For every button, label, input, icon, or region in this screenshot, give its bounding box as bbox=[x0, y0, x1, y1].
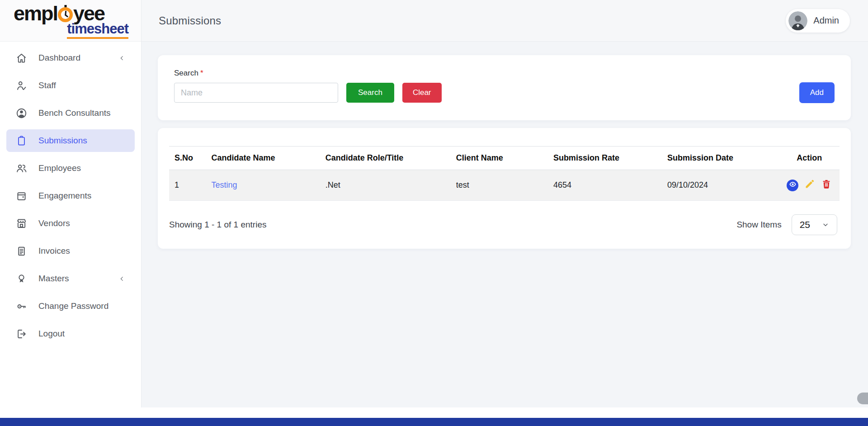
sidebar-item-logout[interactable]: Logout bbox=[6, 322, 135, 345]
cell-submission-date: 09/10/2024 bbox=[662, 170, 779, 201]
sidebar-item-employees[interactable]: Employees bbox=[6, 157, 135, 180]
column-header-submission-date: Submission Date bbox=[662, 147, 779, 170]
top-bar: Submissions Admin bbox=[142, 0, 868, 42]
column-header-candidate-role-title: Candidate Role/Title bbox=[320, 147, 451, 170]
clear-button[interactable]: Clear bbox=[402, 83, 442, 103]
showing-entries-text: Showing 1 - 1 of 1 entries bbox=[169, 220, 266, 230]
clipboard-icon bbox=[15, 135, 28, 147]
column-header-action: Action bbox=[779, 147, 840, 170]
sidebar-item-bench-consultants[interactable]: Bench Consultants bbox=[6, 102, 135, 124]
invoice-icon bbox=[15, 245, 28, 257]
user-menu-button[interactable]: Admin bbox=[786, 9, 850, 33]
submissions-table-card: S.NoCandidate NameCandidate Role/TitleCl… bbox=[158, 128, 851, 249]
sidebar-item-label: Dashboard bbox=[38, 53, 80, 63]
show-items-label: Show Items bbox=[736, 220, 781, 230]
sidebar-item-masters[interactable]: Masters bbox=[6, 267, 135, 290]
table-header-row: S.NoCandidate NameCandidate Role/TitleCl… bbox=[169, 147, 840, 170]
page-size-value: 25 bbox=[800, 219, 810, 230]
footer-bar bbox=[0, 418, 868, 426]
sidebar-nav: DashboardStaffBench ConsultantsSubmissio… bbox=[0, 42, 141, 345]
search-button[interactable]: Search bbox=[346, 83, 394, 103]
chevron-down-icon bbox=[822, 221, 829, 228]
sidebar-item-label: Bench Consultants bbox=[38, 108, 111, 118]
table-body: 1Testing.Nettest465409/10/2024 bbox=[169, 170, 840, 201]
search-field-label: Search* bbox=[174, 69, 835, 78]
home-icon bbox=[15, 52, 28, 64]
column-header-client-name: Client Name bbox=[451, 147, 548, 170]
logo-timesheet-text: timesheet bbox=[67, 21, 128, 39]
sidebar: emplyee timesheet DashboardStaffBench Co… bbox=[0, 0, 142, 407]
sidebar-item-label: Logout bbox=[38, 329, 65, 339]
trash-icon bbox=[821, 179, 832, 192]
sidebar-item-label: Staff bbox=[38, 80, 56, 90]
app-window: emplyee timesheet DashboardStaffBench Co… bbox=[0, 0, 868, 407]
user-name: Admin bbox=[813, 15, 839, 26]
cell-client-name: test bbox=[451, 170, 548, 201]
required-asterisk: * bbox=[200, 69, 203, 77]
sidebar-item-label: Submissions bbox=[38, 136, 87, 146]
column-header-s-no: S.No bbox=[169, 147, 206, 170]
view-button[interactable] bbox=[787, 180, 798, 191]
search-input[interactable] bbox=[174, 83, 338, 103]
staff-icon bbox=[15, 80, 28, 92]
calendar-icon bbox=[15, 190, 28, 202]
people-icon bbox=[15, 162, 28, 175]
edit-button[interactable] bbox=[804, 179, 815, 192]
award-icon bbox=[15, 273, 28, 285]
submissions-table: S.NoCandidate NameCandidate Role/TitleCl… bbox=[169, 146, 840, 201]
avatar bbox=[788, 11, 807, 30]
chevron-left-icon bbox=[118, 54, 126, 62]
add-button[interactable]: Add bbox=[799, 82, 835, 103]
sidebar-item-label: Change Password bbox=[38, 301, 108, 311]
delete-button[interactable] bbox=[821, 179, 832, 192]
sidebar-item-label: Employees bbox=[38, 163, 81, 173]
scroll-top-button[interactable] bbox=[857, 393, 868, 404]
sidebar-item-invoices[interactable]: Invoices bbox=[6, 240, 135, 262]
sidebar-item-label: Vendors bbox=[38, 218, 70, 228]
page-title: Submissions bbox=[159, 14, 221, 27]
logout-icon bbox=[15, 328, 28, 340]
sidebar-item-staff[interactable]: Staff bbox=[6, 74, 135, 97]
cell-sno: 1 bbox=[169, 170, 206, 201]
column-header-candidate-name: Candidate Name bbox=[206, 147, 320, 170]
candidate-name-link[interactable]: Testing bbox=[212, 180, 237, 189]
action-cell bbox=[779, 170, 840, 201]
storefront-icon bbox=[15, 218, 28, 230]
sidebar-item-label: Engagements bbox=[38, 191, 91, 201]
cell-candidate-name: Testing bbox=[206, 170, 320, 201]
account-circle-icon bbox=[15, 107, 28, 119]
key-icon bbox=[15, 300, 28, 312]
pencil-icon bbox=[804, 179, 815, 192]
column-header-submission-rate: Submission Rate bbox=[548, 147, 662, 170]
sidebar-item-label: Masters bbox=[38, 274, 69, 284]
main-area: Submissions Admin Search* Search Clear A… bbox=[142, 0, 868, 407]
sidebar-item-dashboard[interactable]: Dashboard bbox=[6, 47, 135, 69]
sidebar-item-change-password[interactable]: Change Password bbox=[6, 295, 135, 317]
table-row: 1Testing.Nettest465409/10/2024 bbox=[169, 170, 840, 201]
content-area: Search* Search Clear Add S.NoCandidate N… bbox=[142, 42, 868, 407]
search-card: Search* Search Clear Add bbox=[158, 55, 851, 120]
sidebar-item-label: Invoices bbox=[38, 246, 70, 256]
chevron-left-icon bbox=[118, 275, 126, 283]
clock-icon bbox=[58, 7, 73, 22]
cell-role-title: .Net bbox=[320, 170, 451, 201]
app-logo: emplyee timesheet bbox=[0, 0, 141, 42]
footer-spacer bbox=[0, 407, 868, 418]
sidebar-item-vendors[interactable]: Vendors bbox=[6, 212, 135, 235]
eye-icon bbox=[789, 180, 797, 190]
table-footer: Showing 1 - 1 of 1 entries Show Items 25 bbox=[169, 214, 840, 235]
logo-text-left: empl bbox=[14, 2, 57, 25]
sidebar-item-submissions[interactable]: Submissions bbox=[6, 129, 135, 152]
page-size-select[interactable]: 25 bbox=[792, 214, 837, 235]
sidebar-item-engagements[interactable]: Engagements bbox=[6, 185, 135, 207]
cell-submission-rate: 4654 bbox=[548, 170, 662, 201]
